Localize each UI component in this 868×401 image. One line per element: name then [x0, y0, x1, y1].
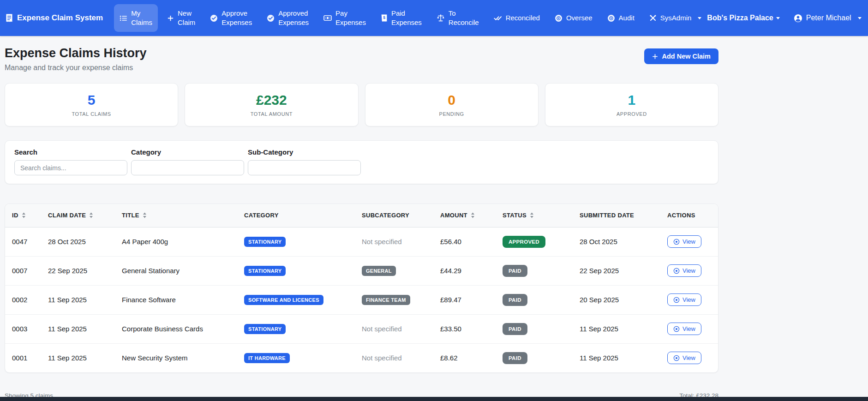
view-button[interactable]: View	[667, 264, 701, 277]
nav-item-paid-expenses[interactable]: $ Paid Expenses	[375, 4, 427, 32]
nav-item-approve-expenses[interactable]: Approve Expenses	[204, 4, 257, 32]
stats-row: 5 TOTAL CLAIMS £232 TOTAL AMOUNT 0 PENDI…	[5, 83, 718, 126]
check-all-icon	[494, 14, 502, 22]
add-new-claim-label: Add New Claim	[662, 53, 711, 60]
cell-submitted-date: 22 Sep 2025	[576, 256, 664, 285]
search-input[interactable]	[14, 160, 127, 175]
filters-panel: Search Category Sub-Category	[5, 140, 718, 184]
company-dropdown[interactable]: Bob's Pizza Palace	[707, 14, 779, 22]
receipt-icon	[6, 14, 13, 23]
subcategory-input[interactable]	[248, 160, 361, 175]
stat-label: APPROVED	[617, 111, 647, 117]
check-circle-icon	[267, 14, 275, 22]
nav-item-label: My Claims	[131, 9, 152, 28]
nav-item-label: Paid Expenses	[391, 9, 422, 28]
search-label: Search	[14, 148, 127, 156]
view-button[interactable]: View	[667, 323, 701, 335]
cell-amount: £8.62	[437, 343, 499, 372]
column-header-category: CATEGORY	[240, 204, 358, 227]
brand[interactable]: Expense Claim System	[6, 13, 103, 23]
eye-icon	[673, 268, 680, 274]
navbar: Expense Claim System My Claims New Claim	[0, 0, 868, 36]
stat-card-pending: 0 PENDING	[365, 83, 539, 126]
table-row: 0001 11 Sep 2025 New Security System IT …	[5, 343, 718, 372]
column-header-actions: ACTIONS	[664, 204, 718, 227]
cell-subcategory: Not specified	[362, 325, 402, 333]
cell-claim-date: 28 Oct 2025	[44, 227, 118, 256]
cell-submitted-date: 11 Sep 2025	[576, 314, 664, 343]
cell-submitted-date: 20 Sep 2025	[576, 285, 664, 314]
table-row: 0047 28 Oct 2025 A4 Paper 400g STATIONAR…	[5, 227, 718, 256]
main-content: Expense Claims History Manage and track …	[5, 36, 718, 399]
table-row: 0003 11 Sep 2025 Corporate Business Card…	[5, 314, 718, 343]
nav-item-sysadmin[interactable]: SysAdmin	[644, 9, 707, 27]
view-button[interactable]: View	[667, 352, 701, 364]
column-header-claim-date[interactable]: CLAIM DATE	[44, 204, 118, 227]
column-header-submitted-date: SUBMITTED DATE	[576, 204, 664, 227]
cash-icon	[323, 14, 332, 22]
view-button[interactable]: View	[667, 293, 701, 306]
cell-title: General Stationary	[118, 256, 240, 285]
view-button[interactable]: View	[667, 235, 701, 248]
cell-claim-date: 11 Sep 2025	[44, 314, 118, 343]
sort-icon	[530, 212, 534, 218]
brand-label: Expense Claim System	[17, 13, 103, 23]
nav-item-oversee[interactable]: Oversee	[549, 9, 598, 27]
category-badge: STATIONARY	[244, 266, 286, 276]
column-header-status[interactable]: STATUS	[499, 204, 576, 227]
bottom-bar	[0, 397, 868, 401]
nav-item-label: SysAdmin	[660, 13, 692, 23]
caret-down-icon	[698, 17, 701, 19]
eye-icon	[673, 239, 680, 245]
stat-label: PENDING	[439, 111, 464, 117]
svg-text:$: $	[383, 15, 385, 20]
stat-value: 1	[628, 93, 636, 107]
stat-label: TOTAL AMOUNT	[251, 111, 293, 117]
status-badge: PAID	[503, 352, 527, 364]
stat-card-total-claims: 5 TOTAL CLAIMS	[5, 83, 178, 126]
nav-item-reconciled[interactable]: Reconciled	[488, 9, 545, 27]
cell-amount: £33.50	[437, 314, 499, 343]
status-badge: PAID	[503, 323, 527, 335]
column-header-title[interactable]: TITLE	[118, 204, 240, 227]
caret-down-icon	[776, 17, 780, 19]
plus-icon	[167, 15, 174, 22]
cell-claim-date: 11 Sep 2025	[44, 285, 118, 314]
nav-item-pay-expenses[interactable]: Pay Expenses	[318, 4, 371, 32]
cell-subcategory: Not specified	[362, 238, 402, 245]
category-input[interactable]	[131, 160, 244, 175]
caret-down-icon	[858, 17, 862, 19]
nav-item-label: Approve Expenses	[221, 9, 252, 28]
claims-table: ID CLAIM DATE TITLE CATEGORY SUBCATEGORY…	[5, 204, 718, 372]
cell-id: 0001	[5, 343, 44, 372]
user-menu[interactable]: Peter Michael	[794, 14, 862, 23]
nav-item-approved-expenses[interactable]: Approved Expenses	[261, 4, 314, 32]
page-subtitle: Manage and track your expense claims	[5, 64, 147, 72]
page-title: Expense Claims History	[5, 46, 147, 60]
cell-submitted-date: 11 Sep 2025	[576, 343, 664, 372]
person-circle-icon	[794, 14, 802, 23]
cell-title: Corporate Business Cards	[118, 314, 240, 343]
category-label: Category	[131, 148, 244, 156]
category-badge: STATIONARY	[244, 324, 286, 334]
cell-amount: £56.40	[437, 227, 499, 256]
cell-id: 0047	[5, 227, 44, 256]
nav-item-new-claim[interactable]: New Claim	[162, 4, 201, 32]
nav-item-audit[interactable]: Audit	[602, 9, 640, 27]
eye-icon	[673, 355, 680, 361]
category-badge: STATIONARY	[244, 237, 286, 247]
nav-item-to-reconcile[interactable]: To Reconcile	[431, 4, 485, 32]
nav-item-label: Audit	[619, 13, 635, 23]
company-name: Bob's Pizza Palace	[707, 14, 773, 22]
column-header-amount[interactable]: AMOUNT	[437, 204, 499, 227]
table-row: 0002 11 Sep 2025 Finance Software SOFTWA…	[5, 285, 718, 314]
nav-item-label: Approved Expenses	[278, 9, 309, 28]
status-badge: PAID	[503, 294, 527, 306]
add-new-claim-button[interactable]: Add New Claim	[644, 48, 718, 64]
tools-icon	[649, 14, 657, 22]
column-header-id[interactable]: ID	[5, 204, 44, 227]
eye-icon	[673, 326, 680, 332]
nav-item-my-claims[interactable]: My Claims	[114, 4, 158, 32]
category-badge: IT HARDWARE	[244, 353, 290, 363]
sort-icon	[89, 212, 93, 218]
